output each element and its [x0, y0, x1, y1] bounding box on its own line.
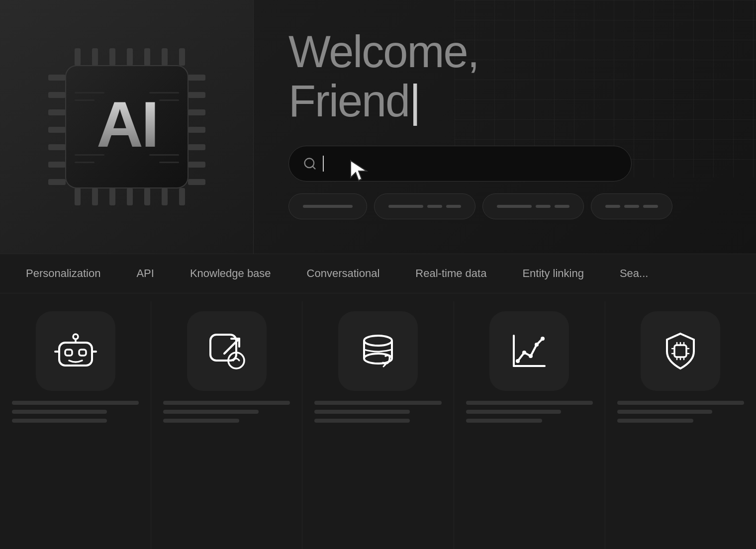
hero-section: AI Welcome, [0, 0, 756, 254]
card-text-wide-5 [617, 401, 744, 405]
tag-knowledge-base[interactable]: Knowledge base [176, 261, 285, 286]
svg-rect-2 [109, 48, 115, 66]
svg-point-58 [529, 354, 533, 358]
svg-rect-16 [48, 109, 66, 115]
card-icon-box-chatbot [36, 311, 115, 391]
svg-rect-43 [65, 350, 72, 356]
card-database[interactable] [302, 301, 454, 549]
tag-conversational[interactable]: Conversational [293, 261, 394, 286]
quick-pills [288, 193, 726, 219]
svg-rect-27 [188, 179, 205, 185]
welcome-section: Welcome, Friend| [254, 0, 756, 254]
svg-point-59 [535, 343, 539, 347]
quick-pill-2[interactable] [374, 193, 475, 219]
search-bar[interactable] [288, 146, 632, 182]
tag-realtime[interactable]: Real-time data [401, 261, 500, 286]
card-text-wide-4 [466, 401, 593, 405]
svg-point-56 [516, 359, 520, 363]
pill-3-line-a [497, 205, 532, 208]
svg-rect-34 [75, 162, 94, 163]
tag-personalization[interactable]: Personalization [12, 261, 114, 286]
svg-point-41 [73, 334, 78, 339]
card-text-wide-3 [314, 401, 441, 405]
card-text-narrow-2 [466, 419, 542, 423]
quick-pill-1[interactable] [288, 193, 367, 219]
svg-rect-19 [48, 162, 66, 168]
svg-rect-36 [159, 162, 179, 163]
svg-rect-25 [188, 144, 205, 150]
svg-rect-5 [162, 48, 168, 66]
search-icon [303, 157, 317, 171]
card-security[interactable] [605, 301, 756, 549]
text-cursor: | [409, 76, 420, 126]
chip-svg: AI [27, 27, 226, 226]
svg-rect-8 [92, 188, 98, 205]
svg-rect-1 [92, 48, 98, 66]
pill-3-line-c [555, 205, 569, 208]
svg-rect-13 [179, 188, 185, 205]
security-icon [658, 329, 703, 373]
svg-point-50 [364, 336, 392, 346]
pill-2-line-c [446, 205, 461, 208]
cards-section [0, 293, 756, 549]
svg-rect-3 [127, 48, 133, 66]
svg-rect-4 [144, 48, 150, 66]
tag-api[interactable]: API [122, 261, 168, 286]
card-icon-box-security [641, 311, 720, 391]
database-icon [356, 329, 400, 373]
card-analytics[interactable] [454, 301, 605, 549]
quick-pill-4[interactable] [591, 193, 672, 219]
card-security-text [613, 401, 748, 423]
card-text-med-2 [12, 419, 107, 423]
tag-entity[interactable]: Entity linking [508, 261, 598, 286]
pill-4-line-c [643, 205, 658, 208]
card-text-med-1 [12, 410, 107, 414]
pill-3-line-b [536, 205, 551, 208]
pill-2-line-b [427, 205, 442, 208]
card-text-med-4 [314, 410, 409, 414]
svg-rect-17 [48, 127, 66, 133]
card-text-wide-1 [12, 401, 139, 405]
svg-rect-6 [179, 48, 185, 66]
search-cursor [323, 156, 324, 172]
tag-search[interactable]: Sea... [606, 261, 662, 286]
svg-rect-10 [127, 188, 133, 205]
card-link[interactable] [151, 301, 302, 549]
svg-text:AI: AI [96, 88, 157, 161]
svg-rect-7 [75, 188, 81, 205]
card-icon-box-database [338, 311, 418, 391]
svg-rect-11 [144, 188, 150, 205]
svg-rect-14 [48, 75, 66, 81]
card-database-text [310, 401, 445, 423]
svg-rect-61 [674, 345, 686, 357]
search-bar-container[interactable] [288, 146, 726, 182]
quick-pill-3[interactable] [482, 193, 584, 219]
svg-rect-44 [79, 350, 86, 356]
svg-rect-23 [188, 109, 205, 115]
card-icon-box-link [187, 311, 267, 391]
card-chatbot[interactable] [0, 301, 151, 549]
welcome-title: Welcome, Friend| [288, 27, 726, 126]
card-link-text [159, 401, 294, 423]
tag-bar: Personalization API Knowledge base Conve… [0, 254, 756, 293]
svg-rect-22 [188, 92, 205, 98]
svg-rect-15 [48, 92, 66, 98]
ai-chip-card: AI [0, 0, 254, 254]
svg-rect-12 [162, 188, 168, 205]
svg-point-57 [522, 351, 526, 355]
svg-rect-26 [188, 162, 205, 168]
svg-point-60 [541, 337, 545, 341]
pill-4-line-a [605, 205, 620, 208]
link-icon [204, 329, 249, 373]
main-container: AI Welcome, [0, 0, 756, 549]
pill-1-line-a [303, 205, 353, 208]
card-chatbot-text [8, 401, 143, 423]
card-text-narrow-1 [163, 419, 239, 423]
svg-line-39 [312, 166, 315, 169]
chip-wrapper: AI [27, 27, 226, 226]
svg-rect-30 [75, 99, 94, 101]
card-text-med-6 [466, 410, 561, 414]
card-text-wide-2 [163, 401, 290, 405]
svg-rect-9 [109, 188, 115, 205]
mouse-cursor-icon [349, 159, 369, 183]
